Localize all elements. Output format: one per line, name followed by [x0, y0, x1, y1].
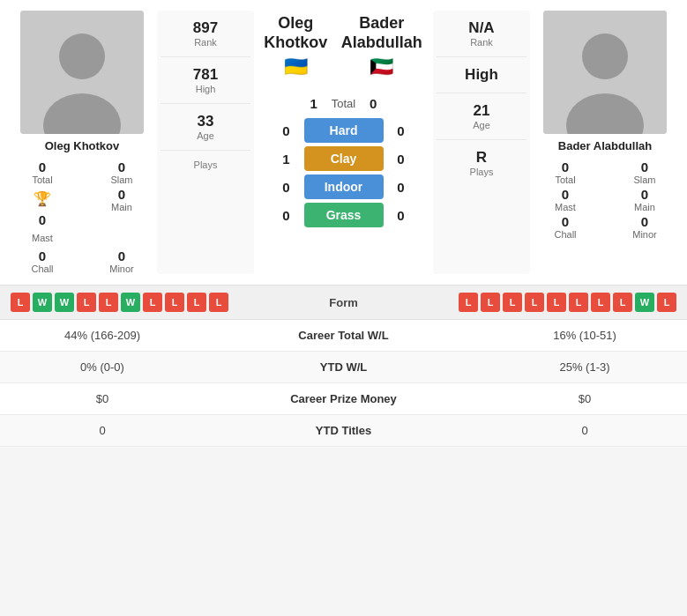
player1-slam: 0 Slam — [86, 160, 157, 185]
player2-rank-box: N/A Rank — [437, 11, 526, 57]
surface-right-2: 0 — [391, 180, 412, 195]
svg-point-1 — [59, 33, 105, 79]
player1-card: Oleg Khotkov 0 Total 0 Slam 🏆0 Mast 0 Ma… — [7, 11, 157, 274]
player2-minor: 0 Minor — [609, 214, 680, 240]
svg-point-4 — [582, 33, 628, 79]
player2-slam: 0 Slam — [609, 160, 680, 185]
form-badge-l: L — [459, 293, 478, 312]
form-badge-l: L — [657, 293, 676, 312]
form-badge-l: L — [77, 293, 96, 312]
player1-flag: 🇺🇦 — [284, 56, 308, 78]
player1-name: Oleg Khotkov — [45, 139, 120, 152]
surface-btn-0[interactable]: Hard — [304, 118, 384, 143]
form-badge-l: L — [613, 293, 632, 312]
player2-age-box: 21 Age — [437, 93, 526, 140]
surface-row-grass: 0 Grass 0 — [276, 203, 412, 227]
players-header: Oleg Khotkov 🇺🇦 Bader Alabdullah 🇰🇼 — [258, 11, 429, 89]
surface-row-clay: 1 Clay 0 — [276, 146, 412, 171]
player2-ytd-wl: 25% (1-3) — [497, 360, 673, 374]
form-label: Form — [309, 296, 379, 309]
form-badge-l: L — [547, 293, 566, 312]
form-badge-l: L — [503, 293, 522, 312]
trophy-icon: 🏆 — [34, 190, 51, 207]
surface-left-3: 0 — [276, 208, 297, 223]
prize-label: Career Prize Money — [190, 392, 497, 405]
player2-name: Bader Alabdullah — [558, 139, 652, 152]
player2-titles: 0 — [497, 424, 673, 437]
player1-form-badges: LWWLLWLLLL — [11, 293, 228, 312]
form-badge-w: W — [635, 293, 654, 312]
titles-label: YTD Titles — [190, 424, 497, 437]
player1-rank-box: 897 Rank — [161, 11, 250, 57]
player1-high-box: 781 High — [161, 57, 250, 104]
surface-left-1: 1 — [276, 152, 297, 167]
player1-mid-stats: 897 Rank 781 High 33 Age Plays — [157, 11, 254, 274]
player2-form-badges: LLLLLLLLWL — [459, 293, 676, 312]
titles-row: 0 YTD Titles 0 — [0, 415, 687, 447]
player1-chall: 0 Chall — [7, 249, 78, 274]
player2-header-name: Bader Alabdullah — [333, 14, 429, 52]
form-badge-l: L — [99, 293, 118, 312]
form-badge-l: L — [209, 293, 228, 312]
player2-chall: 0 Chall — [530, 214, 601, 240]
player1-career-wl: 44% (166-209) — [14, 329, 190, 342]
form-badge-l: L — [187, 293, 206, 312]
stats-table: 44% (166-209) Career Total W/L 16% (10-5… — [0, 320, 687, 447]
player2-main: 0 Main — [609, 187, 680, 212]
ytd-wl-row: 0% (0-0) YTD W/L 25% (1-3) — [0, 352, 687, 383]
main-container: Oleg Khotkov 0 Total 0 Slam 🏆0 Mast 0 Ma… — [0, 0, 687, 447]
form-badge-l: L — [569, 293, 588, 312]
surface-btn-1[interactable]: Clay — [304, 146, 384, 171]
compare-col: Oleg Khotkov 🇺🇦 Bader Alabdullah 🇰🇼 1 To… — [254, 11, 433, 274]
player2-career-wl: 16% (10-51) — [497, 329, 673, 342]
player2-high-box: High — [437, 57, 526, 93]
form-badge-w: W — [121, 293, 140, 312]
total-label: Total — [332, 97, 355, 110]
prize-row: $0 Career Prize Money $0 — [0, 383, 687, 415]
surface-rows: 0 Hard 0 1 Clay 0 0 Indoor 0 0 Grass 0 — [276, 115, 412, 231]
player1-titles: 0 — [14, 424, 190, 437]
form-section: LWWLLWLLLL Form LLLLLLLLWL — [0, 286, 687, 320]
player1-mast-row: 🏆0 Mast — [7, 190, 78, 243]
player1-avatar — [20, 11, 144, 134]
form-badge-l: L — [525, 293, 544, 312]
player1-age-box: 33 Age — [161, 104, 250, 151]
player2-mast: 0 Mast — [530, 187, 601, 212]
surface-btn-3[interactable]: Grass — [304, 203, 384, 227]
surface-btn-2[interactable]: Indoor — [304, 174, 384, 199]
player1-ytd-wl: 0% (0-0) — [14, 360, 190, 374]
ytd-wl-label: YTD W/L — [190, 360, 497, 374]
form-badge-l: L — [165, 293, 184, 312]
surface-right-0: 0 — [391, 123, 412, 138]
surface-row-hard: 0 Hard 0 — [276, 118, 412, 143]
top-section: Oleg Khotkov 0 Total 0 Slam 🏆0 Mast 0 Ma… — [0, 0, 687, 286]
form-badge-l: L — [591, 293, 610, 312]
player2-avatar — [543, 11, 667, 134]
career-wl-row: 44% (166-209) Career Total W/L 16% (10-5… — [0, 320, 687, 352]
player1-minor: 0 Minor — [86, 249, 157, 274]
total-row: 1 Total 0 — [258, 96, 429, 111]
player2-stats: 0 Total 0 Slam 0 Mast 0 Main 0 Chall — [530, 160, 680, 240]
player2-total: 0 Total — [530, 160, 601, 185]
surface-right-3: 0 — [391, 208, 412, 223]
player2-card: Bader Alabdullah 0 Total 0 Slam 0 Mast 0… — [530, 11, 680, 274]
player2-flag: 🇰🇼 — [370, 56, 393, 78]
surface-right-1: 0 — [391, 152, 412, 167]
form-badge-l: L — [11, 293, 30, 312]
form-badge-w: W — [55, 293, 74, 312]
surface-left-0: 0 — [276, 123, 297, 138]
player2-prize: $0 — [497, 392, 673, 405]
form-badge-l: L — [143, 293, 162, 312]
player1-header-name: Oleg Khotkov — [258, 14, 333, 52]
player1-total: 0 Total — [7, 160, 78, 185]
form-badge-l: L — [481, 293, 500, 312]
player1-plays-box: Plays — [161, 151, 250, 179]
player2-plays-box: R Plays — [437, 140, 526, 186]
player1-stats: 0 Total 0 Slam 🏆0 Mast 0 Main 0 Chall — [7, 160, 157, 274]
player1-main: 0 Main — [86, 187, 157, 247]
player1-prize: $0 — [14, 392, 190, 405]
player2-mid-stats: N/A Rank High 21 Age R Plays — [433, 11, 530, 274]
surface-row-indoor: 0 Indoor 0 — [276, 174, 412, 199]
form-badge-w: W — [33, 293, 52, 312]
total-right: 0 — [362, 96, 384, 111]
